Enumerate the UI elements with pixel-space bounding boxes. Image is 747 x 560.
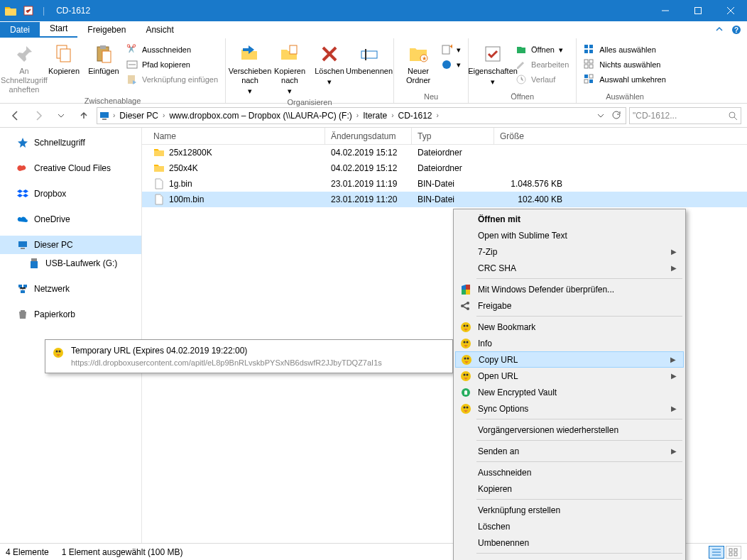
address-box[interactable]: › Dieser PC › www.dropbox.com – Dropbox … bbox=[97, 107, 626, 124]
column-header-type[interactable]: Typ bbox=[412, 128, 494, 144]
table-row[interactable]: 25x12800K04.02.2019 15:12Dateiordner bbox=[142, 145, 747, 160]
open-button[interactable]: Öffnen ▾ bbox=[513, 43, 572, 57]
delete-button[interactable]: Löschen ▾ bbox=[310, 40, 349, 87]
nav-back-button[interactable] bbox=[6, 106, 26, 125]
svg-rect-15 bbox=[290, 45, 297, 54]
move-to-button[interactable]: Verschieben nach ▾ bbox=[230, 40, 270, 97]
menu-separator bbox=[476, 499, 682, 500]
chevron-down-icon: ▾ bbox=[457, 45, 461, 55]
search-box[interactable]: "CD-1612... bbox=[629, 107, 741, 124]
menu-item-label: Freigabe bbox=[474, 301, 671, 311]
menu-item[interactable]: CRC SHA▶ bbox=[455, 260, 684, 276]
pin-button[interactable]: An Schnellzugriff anheften bbox=[4, 40, 44, 95]
menu-item[interactable]: Info bbox=[455, 335, 684, 351]
sidebar-item-network[interactable]: Netzwerk bbox=[0, 280, 141, 298]
chevron-right-icon[interactable]: › bbox=[161, 111, 166, 119]
ribbon-collapse-icon[interactable] bbox=[711, 23, 727, 37]
invert-selection-button[interactable]: Auswahl umkehren bbox=[581, 72, 669, 87]
tab-file[interactable]: Datei bbox=[0, 22, 40, 38]
menu-item[interactable]: Freigabe bbox=[455, 297, 684, 314]
sidebar-item-quick-access[interactable]: Schnellzugriff bbox=[0, 133, 141, 152]
column-header-name[interactable]: Name bbox=[142, 128, 325, 144]
breadcrumb-item[interactable]: Iterate bbox=[361, 111, 388, 121]
chevron-right-icon[interactable]: › bbox=[355, 111, 360, 119]
column-header-size[interactable]: Größe bbox=[494, 128, 568, 144]
view-details-button[interactable] bbox=[709, 546, 724, 559]
menu-item[interactable]: Vorgängerversionen wiederherstellen bbox=[455, 422, 684, 438]
properties-button[interactable]: Eigenschaften ▾ bbox=[473, 40, 513, 87]
menu-item[interactable]: Öffnen mit bbox=[455, 211, 684, 227]
menu-item[interactable]: Umbenennen bbox=[455, 534, 684, 551]
menu-item[interactable]: 7-Zip▶ bbox=[455, 243, 684, 260]
nav-forward-button[interactable] bbox=[28, 106, 48, 125]
sidebar-item-usb[interactable]: USB-Laufwerk (G:) bbox=[0, 254, 141, 273]
tab-share[interactable]: Freigeben bbox=[77, 22, 136, 38]
svg-point-75 bbox=[464, 406, 466, 408]
chevron-down-icon: ▾ bbox=[491, 77, 495, 87]
minimize-button[interactable] bbox=[649, 0, 682, 21]
cut-button[interactable]: ✂️ Ausschneiden bbox=[124, 43, 221, 57]
tab-start[interactable]: Start bbox=[40, 21, 77, 38]
new-item-button[interactable]: ✦▾ bbox=[438, 43, 464, 57]
sidebar-item-recycle[interactable]: Papierkorb bbox=[0, 305, 141, 324]
menu-item[interactable]: New Encrypted Vault bbox=[455, 384, 684, 400]
menu-item[interactable]: Sync Options▶ bbox=[455, 400, 684, 417]
column-header-date[interactable]: Änderungsdatum bbox=[325, 128, 412, 144]
chevron-right-icon[interactable]: › bbox=[390, 111, 395, 119]
select-all-button[interactable]: Alles auswählen bbox=[581, 43, 669, 57]
address-dropdown-button[interactable] bbox=[593, 106, 609, 125]
menu-item-label: Vorgängerversionen wiederherstellen bbox=[474, 425, 671, 435]
breadcrumb-item[interactable]: Dieser PC bbox=[118, 111, 160, 121]
ribbon-group-organize: Verschieben nach ▾ Kopieren nach ▾ Lösch… bbox=[226, 38, 394, 103]
menu-item[interactable]: Ausschneiden bbox=[455, 464, 684, 481]
svg-text:?: ? bbox=[734, 26, 738, 34]
chevron-right-icon[interactable]: › bbox=[435, 111, 440, 119]
table-row[interactable]: 100m.bin23.01.2019 11:20BIN-Datei102.400… bbox=[142, 192, 747, 207]
menu-item[interactable]: Verknüpfung erstellen bbox=[455, 502, 684, 518]
paste-button[interactable]: Einfügen bbox=[84, 40, 124, 76]
nav-up-button[interactable] bbox=[74, 106, 94, 125]
edit-button[interactable]: Bearbeiten bbox=[513, 57, 572, 72]
paste-shortcut-button[interactable]: Verknüpfung einfügen bbox=[124, 72, 221, 87]
menu-separator bbox=[476, 461, 682, 462]
breadcrumb-item[interactable]: CD-1612 bbox=[397, 111, 434, 121]
new-folder-icon: ★ bbox=[407, 43, 430, 65]
paste-shortcut-icon bbox=[126, 74, 138, 85]
menu-item[interactable]: Kopieren bbox=[455, 481, 684, 497]
qat-properties-icon[interactable] bbox=[20, 3, 37, 18]
file-type: Dateiordner bbox=[412, 163, 494, 173]
help-icon[interactable]: ? bbox=[729, 23, 744, 37]
sidebar-item-this-pc[interactable]: Dieser PC bbox=[0, 236, 141, 254]
copy-to-button[interactable]: Kopieren nach ▾ bbox=[270, 40, 310, 97]
view-icons-button[interactable] bbox=[726, 546, 741, 559]
menu-item[interactable]: Eigenschaften bbox=[455, 556, 684, 560]
table-row[interactable]: 1g.bin23.01.2019 11:19BIN-Datei1.048.576… bbox=[142, 176, 747, 192]
menu-item[interactable]: Open URL▶ bbox=[455, 368, 684, 384]
history-button[interactable]: Verlauf bbox=[513, 72, 572, 87]
tab-view[interactable]: Ansicht bbox=[136, 22, 183, 38]
menu-separator bbox=[476, 278, 682, 279]
menu-item[interactable]: Copy URL▶ bbox=[455, 351, 684, 368]
menu-item[interactable]: Mit Windows Defender überprüfen... bbox=[455, 281, 684, 297]
rename-button[interactable]: Umbenennen bbox=[349, 40, 389, 76]
close-button[interactable] bbox=[714, 0, 747, 21]
nav-recent-button[interactable] bbox=[51, 106, 71, 125]
chevron-right-icon[interactable]: › bbox=[111, 111, 116, 119]
easy-access-button[interactable]: ▾ bbox=[438, 57, 464, 72]
copy-button[interactable]: Kopieren bbox=[44, 40, 84, 76]
refresh-button[interactable] bbox=[609, 106, 624, 125]
sidebar-item-ccf[interactable]: Creative Cloud Files bbox=[0, 159, 141, 177]
maximize-button[interactable] bbox=[682, 0, 714, 21]
breadcrumb-item[interactable]: www.dropbox.com – Dropbox (\\LAURA-PC) (… bbox=[168, 111, 353, 121]
sidebar-item-onedrive[interactable]: OneDrive bbox=[0, 210, 141, 229]
select-none-button[interactable]: Nichts auswählen bbox=[581, 57, 669, 72]
menu-item[interactable]: Senden an▶ bbox=[455, 443, 684, 459]
menu-item[interactable]: New Bookmark bbox=[455, 319, 684, 335]
menu-item[interactable]: Open with Sublime Text bbox=[455, 227, 684, 243]
chevron-down-icon: ▾ bbox=[457, 60, 461, 70]
new-folder-button[interactable]: ★ Neuer Ordner bbox=[398, 40, 438, 85]
table-row[interactable]: 250x4K04.02.2019 15:12Dateiordner bbox=[142, 160, 747, 176]
menu-item[interactable]: Löschen bbox=[455, 518, 684, 534]
sidebar-item-dropbox[interactable]: Dropbox bbox=[0, 185, 141, 203]
copy-path-button[interactable]: Pfad kopieren bbox=[124, 57, 221, 72]
